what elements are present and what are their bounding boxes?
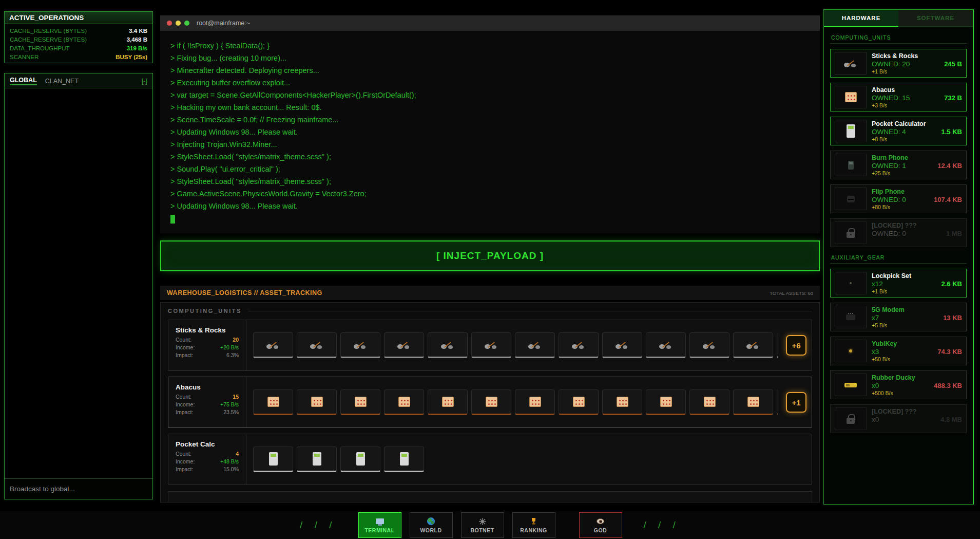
abacus-icon	[486, 397, 497, 407]
shop-item-locked: [LOCKED] ??? x0 4.8 MB	[830, 404, 967, 433]
income-value: +48 B/s	[220, 458, 239, 466]
maximize-dot-icon[interactable]	[184, 21, 189, 26]
abacus-icon	[311, 397, 323, 407]
asset-section-info: Abacus Count: 15 Income: +75 B/s Impact:…	[168, 377, 246, 428]
close-dot-icon[interactable]	[167, 21, 172, 26]
terminal-line: > Sound.Play( "ui.error_critical" );	[170, 163, 810, 175]
asset-card	[297, 332, 337, 358]
stat-value: 3.4 KB	[129, 27, 147, 35]
item-line: OWNED: 20 245 B	[872, 60, 962, 68]
asset-card	[646, 389, 686, 415]
stat-row: SCANNER BUSY (25s)	[10, 53, 147, 62]
income-label: Income:	[176, 401, 195, 408]
item-income: +1 B/s	[872, 288, 962, 294]
shop-item-lockpick-set[interactable]: Lockpick Set x12 2.6 KB +1 B/s	[830, 269, 967, 298]
buy-more-button[interactable]: +1	[786, 392, 806, 413]
tab-software[interactable]: SOFTWARE	[898, 10, 973, 27]
asset-card	[253, 389, 293, 415]
item-thumbnail	[835, 154, 867, 176]
group-label-computing-units: COMPUTING_UNITS	[831, 34, 966, 41]
terminal-line: > if ( !IsProxy ) { StealData(); }	[170, 40, 810, 52]
asset-card	[253, 447, 293, 472]
abacus-icon	[529, 397, 541, 407]
shop-item-5g-modem[interactable]: 5G Modem x7 13 KB +5 B/s	[830, 303, 967, 331]
inject-payload-button[interactable]: [ INJECT_PAYLOAD ]	[160, 240, 820, 271]
item-content: [LOCKED] ??? x0 4.8 MB	[872, 408, 962, 430]
nav-item-botnet[interactable]: BOTNET	[461, 512, 504, 538]
nav-item-terminal[interactable]: TERMINAL	[358, 512, 401, 538]
impact-value: 23.5%	[223, 408, 239, 416]
income-row: Income: +75 B/s	[176, 401, 239, 408]
chat-message-list	[5, 88, 152, 478]
sticks-icon	[396, 341, 412, 349]
owned-count: x7	[872, 314, 879, 322]
chat-tab-clan-net[interactable]: CLAN_NET	[45, 78, 79, 85]
asset-card	[559, 332, 599, 358]
calculator-icon	[847, 124, 855, 138]
sticks-icon	[527, 341, 543, 349]
sticks-icon	[658, 341, 674, 349]
chat-tab-global[interactable]: GLOBAL	[10, 77, 37, 85]
active-operations-panel: ACTIVE_OPERATIONS CACHE_RESERVE (BYTES) …	[4, 11, 153, 63]
asset-card	[733, 389, 773, 415]
shop-item-yubikey[interactable]: YubiKey x3 74.3 KB +50 B/s	[830, 337, 967, 365]
shop-item-flip-phone[interactable]: Flip Phone OWNED: 0 107.4 KB +80 B/s	[830, 184, 967, 213]
item-thumbnail	[835, 272, 867, 294]
item-line: OWNED: 15 732 B	[872, 94, 962, 102]
asset-card	[253, 332, 293, 358]
abacus-icon	[442, 397, 454, 407]
shop-item-sticks-rocks[interactable]: Sticks & Rocks OWNED: 20 245 B +1 B/s	[830, 49, 967, 78]
item-name: Abacus	[872, 86, 962, 94]
item-price: 1 MB	[946, 230, 962, 237]
yubikey-icon	[849, 349, 852, 352]
nav-label: TERMINAL	[364, 527, 394, 533]
tab-hardware[interactable]: HARDWARE	[824, 10, 898, 27]
asset-card	[384, 447, 424, 472]
item-line: x7 13 KB	[872, 314, 962, 322]
item-price: 245 B	[944, 60, 962, 68]
shop-item-rubber-ducky[interactable]: Rubber Ducky x0 488.3 KB +500 B/s	[830, 370, 967, 399]
globe-icon	[427, 517, 435, 526]
item-line: x12 2.6 KB	[872, 280, 962, 288]
owned-count: OWNED: 20	[872, 60, 910, 68]
stat-value: 3,468 B	[127, 35, 147, 44]
terminal-line: > Game.ActiveScene.PhysicsWorld.Gravity …	[170, 188, 810, 200]
usb-ducky-icon	[844, 383, 857, 387]
item-content: Rubber Ducky x0 488.3 KB +500 B/s	[872, 374, 962, 396]
shop-item-burn-phone[interactable]: Burn Phone OWNED: 1 12.4 KB +25 B/s	[830, 151, 967, 179]
impact-label: Impact:	[176, 351, 193, 359]
item-price: 13 KB	[943, 314, 962, 322]
impact-label: Impact:	[176, 408, 193, 416]
stat-row: DATA_THROUGHPUT 319 B/s	[10, 44, 147, 53]
nav-item-god[interactable]: GOD	[579, 512, 622, 538]
income-label: Income:	[176, 344, 195, 351]
asset-card	[471, 389, 511, 415]
chat-collapse-button[interactable]: [-]	[142, 78, 147, 85]
minimize-dot-icon[interactable]	[176, 21, 181, 26]
item-line: OWNED: 0 1 MB	[872, 230, 962, 237]
buy-more-button[interactable]: +6	[786, 335, 806, 356]
group-label-auxiliary-gear: AUXILIARY_GEAR	[831, 254, 966, 261]
flip-phone-icon	[847, 196, 855, 202]
count-row: Count: 15	[176, 393, 239, 401]
chat-broadcast-input[interactable]	[5, 479, 152, 499]
item-price: 732 B	[944, 94, 962, 102]
asset-card	[471, 332, 511, 358]
nav-item-world[interactable]: WORLD	[410, 512, 453, 538]
asset-card	[340, 447, 380, 472]
shop-item-abacus[interactable]: Abacus OWNED: 15 732 B +3 B/s	[830, 83, 967, 111]
item-thumbnail	[835, 306, 867, 328]
item-income: +1 B/s	[872, 68, 962, 75]
shop-item-pocket-calculator[interactable]: Pocket Calculator OWNED: 4 1.5 KB +8 B/s	[830, 117, 967, 145]
impact-row: Impact: 6.3%	[176, 351, 239, 359]
asset-section-partial	[168, 491, 812, 503]
asset-card	[428, 332, 468, 358]
nav-item-ranking[interactable]: RANKING	[512, 512, 555, 538]
shop-body: COMPUTING_UNITS Sticks & Rocks OWNED: 20…	[824, 27, 973, 504]
calc-icon	[356, 452, 365, 466]
item-thumbnail	[835, 340, 867, 362]
item-content: Sticks & Rocks OWNED: 20 245 B +1 B/s	[872, 52, 962, 75]
asset-card-strip	[246, 434, 778, 485]
asset-card	[340, 332, 380, 358]
abacus-icon	[845, 92, 857, 102]
